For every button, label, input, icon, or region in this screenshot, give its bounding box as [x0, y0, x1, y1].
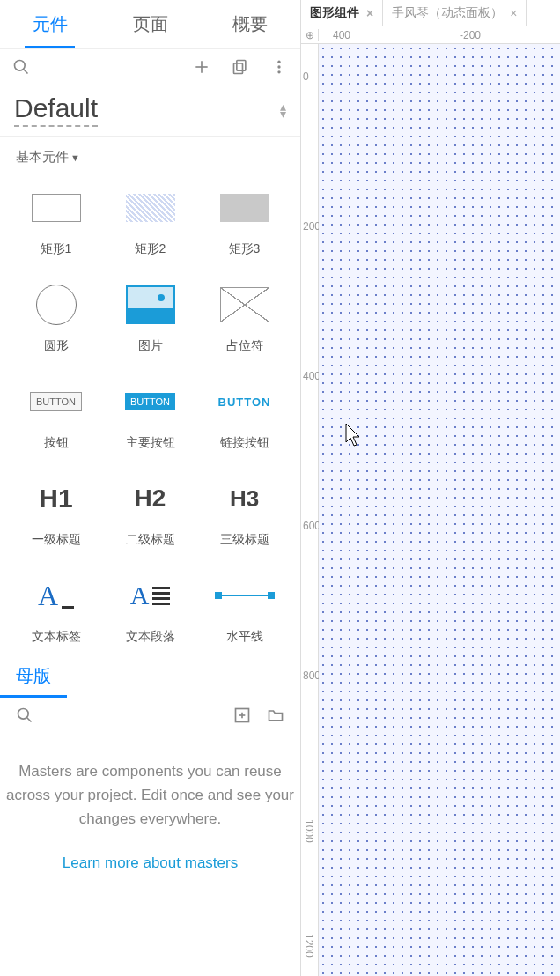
svg-point-0	[15, 61, 26, 71]
panel-tabs: 元件 页面 概要	[0, 0, 300, 49]
widget-hr[interactable]: 水平线	[197, 574, 291, 645]
duplicate-icon[interactable]	[232, 58, 249, 79]
svg-point-9	[18, 709, 29, 720]
widget-rect3[interactable]: 矩形3	[197, 187, 291, 257]
widget-circle[interactable]: 圆形	[9, 284, 103, 354]
widget-h3[interactable]: H3三级标题	[197, 477, 291, 548]
widget-placeholder[interactable]: 占位符	[197, 284, 291, 354]
widget-rect2[interactable]: 矩形2	[103, 187, 197, 257]
widget-h2[interactable]: H2二级标题	[103, 477, 197, 548]
masters-panel: 母版 Masters are components you can reuse …	[0, 654, 300, 898]
widget-link-button[interactable]: BUTTON链接按钮	[197, 381, 291, 451]
cursor-pointer-icon	[345, 423, 363, 447]
masters-folder-icon[interactable]	[267, 706, 284, 728]
svg-point-6	[277, 61, 280, 63]
widget-image[interactable]: 图片	[103, 284, 197, 354]
more-icon[interactable]	[270, 58, 288, 79]
library-selector[interactable]: Default ▴▾	[0, 88, 300, 137]
tab-overview[interactable]: 概要	[200, 0, 300, 48]
horizontal-ruler[interactable]: ⊕ 400 -200	[301, 26, 560, 44]
widgets-grid: 矩形1 矩形2 矩形3 圆形 图片 占位符 BUTTON按钮 BUTTON主要按…	[0, 171, 300, 654]
file-tabs: 图形组件 × 手风琴（动态面板） ×	[301, 0, 560, 26]
masters-add-icon[interactable]	[233, 706, 251, 728]
close-tab-icon[interactable]: ×	[510, 6, 517, 20]
widget-text-label[interactable]: A文本标签	[9, 574, 103, 645]
tab-widgets[interactable]: 元件	[0, 0, 100, 48]
svg-rect-5	[234, 63, 243, 74]
canvas-grid[interactable]	[319, 44, 560, 976]
library-name: Default	[14, 93, 98, 127]
file-tab-inactive[interactable]: 手风琴（动态面板） ×	[383, 0, 527, 26]
widgets-toolbar	[0, 49, 300, 88]
section-basic-widgets[interactable]: 基本元件▼	[0, 137, 300, 171]
widget-h1[interactable]: H1一级标题	[9, 477, 103, 548]
widget-button[interactable]: BUTTON按钮	[9, 381, 103, 451]
svg-line-1	[24, 70, 28, 74]
svg-line-10	[27, 718, 32, 722]
widget-text-paragraph[interactable]: A文本段落	[103, 574, 197, 645]
svg-point-8	[277, 70, 280, 73]
search-icon[interactable]	[12, 58, 30, 79]
ruler-origin-icon[interactable]: ⊕	[301, 29, 319, 41]
add-icon[interactable]	[193, 58, 210, 79]
svg-point-7	[277, 65, 280, 68]
close-tab-icon[interactable]: ×	[366, 6, 373, 20]
library-chevrons-icon: ▴▾	[280, 103, 286, 117]
vertical-ruler[interactable]: 0 200 400 600 800 1000 1200	[301, 44, 319, 976]
widget-primary-button[interactable]: BUTTON主要按钮	[103, 381, 197, 451]
masters-learn-link[interactable]: Learn more about masters	[5, 851, 295, 875]
file-tab-active[interactable]: 图形组件 ×	[301, 0, 383, 26]
masters-search-icon[interactable]	[16, 706, 33, 728]
canvas-area: 图形组件 × 手风琴（动态面板） × ⊕ 400 -200 0 200 400 …	[301, 0, 560, 976]
masters-description: Masters are components you can reuse acr…	[6, 763, 294, 827]
svg-rect-4	[237, 61, 246, 71]
caret-down-icon: ▼	[70, 152, 80, 163]
widget-rect1[interactable]: 矩形1	[9, 187, 103, 257]
tab-pages[interactable]: 页面	[100, 0, 201, 48]
masters-tab[interactable]: 母版	[0, 659, 67, 698]
